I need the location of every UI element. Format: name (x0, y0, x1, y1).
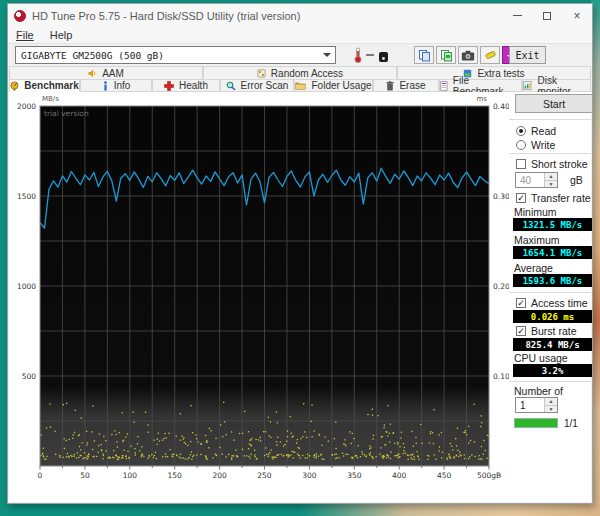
menu-help[interactable]: Help (50, 29, 73, 41)
app-icon (14, 10, 26, 22)
progress-count: 1/1 (564, 418, 578, 429)
svg-text:ms: ms (477, 95, 488, 103)
separator (509, 119, 591, 120)
stepper-up-icon[interactable]: ▲ (545, 173, 557, 181)
svg-text:100: 100 (123, 471, 138, 480)
access-time-value: 0.026 ms (513, 310, 592, 323)
drive-select-value: GIGABYTE GM2500G (500 gB) (21, 50, 164, 61)
svg-text:200: 200 (212, 471, 227, 480)
svg-text:50: 50 (80, 471, 90, 480)
read-radio[interactable] (516, 126, 526, 136)
copy-image-button[interactable] (436, 46, 456, 64)
tab-disk-monitor[interactable]: Disk monitor (522, 79, 591, 92)
tab-erase[interactable]: Erase (373, 79, 439, 92)
minimum-label: Minimum (514, 206, 557, 218)
copy-image-icon (440, 49, 453, 62)
minimize-icon (513, 15, 522, 16)
burst-rate-row[interactable]: ✓ Burst rate (516, 325, 577, 337)
svg-text:MB/s: MB/s (42, 95, 59, 103)
svg-text:450: 450 (437, 471, 452, 480)
tab-file-benchmark[interactable]: File Benchmark (439, 79, 522, 92)
access-time-row[interactable]: ✓ Access time (516, 297, 588, 309)
benchmark-chart: 2000150010005000.400.300.200.10050100150… (9, 92, 509, 494)
read-radio-row[interactable]: Read (516, 125, 556, 137)
dice-icon (257, 69, 266, 78)
benchmark-gauge-icon (10, 81, 19, 91)
tab-row-primary: Benchmark Info Health Error Scan Folder … (8, 79, 592, 92)
svg-text:300: 300 (302, 471, 317, 480)
tab-aam-label: AAM (102, 68, 124, 79)
magnifier-icon (226, 81, 236, 91)
drive-device-icon (378, 49, 389, 67)
tab-info[interactable]: Info (80, 79, 152, 92)
svg-text:350: 350 (347, 471, 362, 480)
close-button[interactable]: × (562, 4, 592, 27)
info-icon (102, 81, 109, 91)
transfer-rate-label: Transfer rate (531, 192, 591, 204)
speaker-icon (88, 69, 97, 78)
average-label: Average (514, 262, 553, 274)
svg-text:500: 500 (22, 372, 37, 381)
health-cross-icon (164, 81, 174, 91)
svg-text:2000: 2000 (17, 102, 36, 111)
short-stroke-stepper[interactable]: 40 ▲▼ (515, 172, 558, 188)
transfer-rate-row[interactable]: ✓ Transfer rate (516, 192, 591, 204)
screenshot-button[interactable] (458, 46, 478, 64)
tab-benchmark[interactable]: Benchmark (9, 79, 80, 92)
write-radio-row[interactable]: Write (516, 139, 555, 151)
copy-pages-icon (418, 49, 431, 62)
svg-text:1000: 1000 (17, 282, 36, 291)
access-time-label: Access time (531, 297, 588, 309)
disk-monitor-icon (523, 81, 532, 90)
minimize-button[interactable] (502, 4, 532, 27)
burst-rate-checkbox[interactable]: ✓ (516, 326, 526, 336)
tab-aam[interactable]: AAM (9, 66, 203, 79)
app-window: HD Tune Pro 5.75 - Hard Disk/SSD Utility… (7, 3, 593, 504)
write-radio[interactable] (516, 140, 526, 150)
menu-bar: File Help (8, 27, 592, 44)
svg-text:150: 150 (168, 471, 183, 480)
exit-button[interactable]: Exit (509, 46, 546, 64)
short-stroke-checkbox[interactable] (516, 159, 526, 169)
burst-rate-value: 825.4 MB/s (513, 338, 592, 351)
svg-text:1500: 1500 (17, 192, 36, 201)
toolbar: GIGABYTE GM2500G (500 gB) Exit (8, 44, 592, 66)
tab-error-scan[interactable]: Error Scan (220, 79, 294, 92)
stepper-down-icon[interactable]: ▼ (545, 181, 557, 188)
maximum-label: Maximum (514, 234, 560, 246)
tab-health[interactable]: Health (152, 79, 220, 92)
menu-file[interactable]: File (16, 29, 34, 41)
cpu-usage-value: 3.2% (513, 364, 592, 377)
tab-health-label: Health (179, 80, 208, 91)
number-of-value: 1 (516, 398, 544, 412)
title-bar: HD Tune Pro 5.75 - Hard Disk/SSD Utility… (8, 4, 592, 27)
short-stroke-value: 40 (516, 173, 544, 187)
drive-select[interactable]: GIGABYTE GM2500G (500 gB) (15, 46, 336, 64)
tab-folder-usage-label: Folder Usage (311, 80, 371, 91)
tab-folder-usage[interactable]: Folder Usage (294, 79, 373, 92)
tab-random-access[interactable]: Random Access (203, 66, 397, 79)
number-of-stepper[interactable]: 1 ▲▼ (515, 397, 558, 413)
progress-bar (514, 418, 558, 428)
number-of-label: Number of (514, 385, 563, 397)
tab-info-label: Info (114, 80, 131, 91)
start-button[interactable]: Start (515, 94, 593, 113)
minimum-value: 1321.5 MB/s (513, 218, 592, 231)
svg-text:0: 0 (38, 471, 43, 480)
chevron-down-icon[interactable] (319, 47, 335, 63)
notes-button[interactable] (480, 46, 500, 64)
maximize-button[interactable] (532, 4, 562, 27)
stepper-down-icon[interactable]: ▼ (545, 406, 557, 413)
svg-text:trial version: trial version (44, 109, 89, 118)
stepper-up-icon[interactable]: ▲ (545, 398, 557, 406)
access-time-checkbox[interactable]: ✓ (516, 298, 526, 308)
benchmark-controls: Start Read Write Short stroke 40 ▲▼ gB (506, 92, 594, 497)
copy-text-button[interactable] (414, 46, 434, 64)
short-stroke-row[interactable]: Short stroke (516, 158, 588, 170)
transfer-rate-checkbox[interactable]: ✓ (516, 193, 526, 203)
separator (509, 153, 591, 154)
read-radio-label: Read (531, 125, 556, 137)
svg-text:400: 400 (392, 471, 407, 480)
tab-benchmark-label: Benchmark (24, 80, 78, 91)
trash-icon (386, 81, 394, 91)
